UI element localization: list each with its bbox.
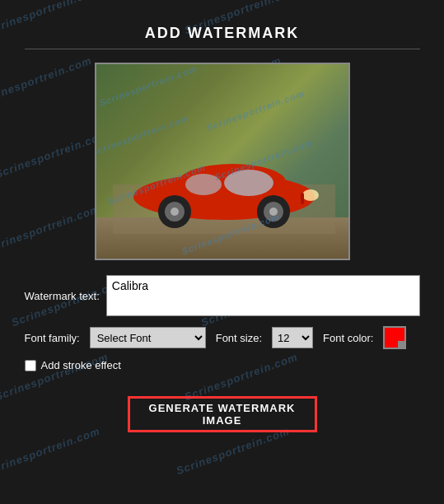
svg-rect-12 [301,193,304,204]
svg-point-11 [302,189,319,201]
page-title: ADD WATERMARK [145,25,300,42]
watermark-text-label: Watermark text: [25,290,100,302]
stroke-label: Add stroke effect [41,359,121,371]
form-section: Watermark text: Calibra Font family: Sel… [25,275,420,432]
font-color-picker[interactable] [383,326,406,349]
svg-point-10 [171,208,179,216]
watermark-text-row: Watermark text: Calibra [25,275,420,316]
bg-watermark-text: Scrinesportrein.com [175,425,292,478]
bg-watermark-text: Scrinesportrein.com [0,425,102,478]
font-size-label: Font size: [216,332,262,344]
main-content: ADD WATERMARK [0,0,444,432]
stroke-checkbox[interactable] [25,360,36,371]
font-size-select[interactable]: 8 10 12 14 16 18 20 24 28 32 36 48 72 [272,327,313,348]
stroke-row: Add stroke effect [25,359,420,371]
font-family-select[interactable]: Select Font Arial Times New Roman Calibr… [90,327,206,348]
title-divider [25,49,420,49]
font-family-label: Font family: [25,332,80,344]
color-corner-icon [398,341,404,348]
preview-watermark-1: Scrinesportrein.com [97,63,198,108]
preview-watermark-5: Scrinesportrein.com [204,88,305,133]
font-options-row: Font family: Select Font Arial Times New… [25,326,420,349]
generate-watermark-button[interactable]: GENERATE WATERMARK IMAGE [128,396,317,432]
font-color-label: Font color: [323,332,373,344]
image-preview: Scrinesportrein.com Scrinesportrein.com … [95,63,350,260]
watermark-text-input[interactable]: Calibra [106,275,420,316]
